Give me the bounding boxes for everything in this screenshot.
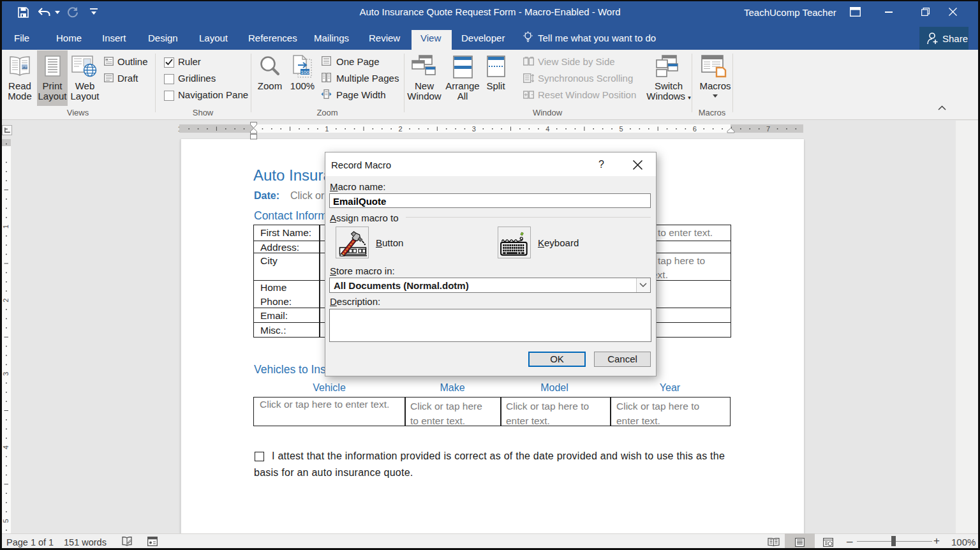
svg-text:2: 2 xyxy=(399,125,403,133)
svg-text:7: 7 xyxy=(766,125,770,133)
svg-text:3: 3 xyxy=(472,125,476,133)
svg-text:3: 3 xyxy=(2,372,10,376)
svg-text:100: 100 xyxy=(301,70,309,75)
svg-text:4: 4 xyxy=(546,125,549,133)
svg-text:4: 4 xyxy=(2,445,10,449)
svg-text:6: 6 xyxy=(693,125,697,133)
svg-text:5: 5 xyxy=(619,125,623,133)
svg-text:1: 1 xyxy=(2,225,10,228)
svg-text:1: 1 xyxy=(325,125,329,133)
svg-text:5: 5 xyxy=(2,519,10,523)
svg-text:2: 2 xyxy=(2,299,10,302)
